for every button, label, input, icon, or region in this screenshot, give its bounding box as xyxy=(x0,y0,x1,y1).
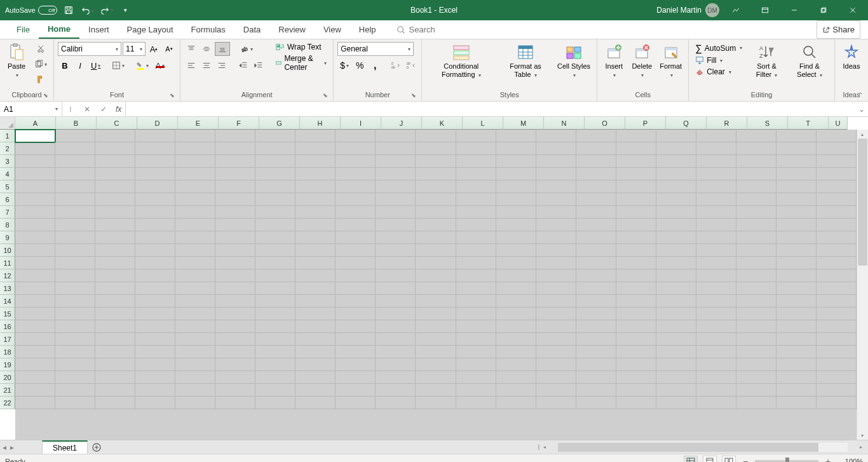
cell-T1[interactable] xyxy=(776,130,817,142)
cell-H3[interactable] xyxy=(295,155,336,168)
cell-T16[interactable] xyxy=(776,320,817,333)
cell-A1[interactable] xyxy=(15,130,55,142)
cell-I21[interactable] xyxy=(336,384,376,397)
cell-U22[interactable] xyxy=(817,397,857,409)
enter-formula-button[interactable]: ✓ xyxy=(95,102,112,116)
cell-R20[interactable] xyxy=(696,371,736,384)
cell-M20[interactable] xyxy=(496,371,536,384)
cell-U5[interactable] xyxy=(817,180,857,193)
cell-D19[interactable] xyxy=(135,358,175,371)
cell-G7[interactable] xyxy=(255,206,295,219)
cell-S17[interactable] xyxy=(736,333,776,346)
cell-I15[interactable] xyxy=(336,308,376,320)
cell-P9[interactable] xyxy=(616,231,656,244)
tab-view[interactable]: View xyxy=(315,20,350,39)
cell-O9[interactable] xyxy=(576,231,616,244)
cell-M1[interactable] xyxy=(496,130,536,142)
paste-button[interactable]: Paste▾ xyxy=(4,42,29,81)
cell-S18[interactable] xyxy=(736,346,776,358)
row-header-9[interactable]: 9 xyxy=(0,231,15,244)
cell-T11[interactable] xyxy=(776,257,817,269)
cell-Q6[interactable] xyxy=(656,193,696,206)
cell-I4[interactable] xyxy=(336,168,376,180)
decrease-decimal-button[interactable]: .00.0 xyxy=(403,58,417,72)
cell-F1[interactable] xyxy=(215,130,255,142)
cell-K19[interactable] xyxy=(416,358,456,371)
cell-K20[interactable] xyxy=(416,371,456,384)
cell-T14[interactable] xyxy=(776,295,817,308)
cell-O18[interactable] xyxy=(576,346,616,358)
cell-J19[interactable] xyxy=(376,358,416,371)
cell-N18[interactable] xyxy=(536,346,576,358)
alignment-launcher-icon[interactable]: ⬊ xyxy=(323,92,330,100)
cell-T3[interactable] xyxy=(776,155,817,168)
cell-R5[interactable] xyxy=(696,180,736,193)
cell-L8[interactable] xyxy=(456,219,496,231)
cell-L3[interactable] xyxy=(456,155,496,168)
cell-H9[interactable] xyxy=(295,231,336,244)
cell-J11[interactable] xyxy=(376,257,416,269)
row-header-3[interactable]: 3 xyxy=(0,155,15,168)
cell-I5[interactable] xyxy=(336,180,376,193)
cell-J14[interactable] xyxy=(376,295,416,308)
cell-B3[interactable] xyxy=(55,155,95,168)
column-header-N[interactable]: N xyxy=(544,117,585,130)
cell-M21[interactable] xyxy=(496,384,536,397)
cell-P10[interactable] xyxy=(616,244,656,257)
merge-center-button[interactable]: Merge & Center ▾ xyxy=(273,53,329,72)
cell-F2[interactable] xyxy=(215,142,255,155)
cell-J21[interactable] xyxy=(376,384,416,397)
cell-T17[interactable] xyxy=(776,333,817,346)
cell-L17[interactable] xyxy=(456,333,496,346)
column-header-D[interactable]: D xyxy=(137,117,178,130)
row-header-18[interactable]: 18 xyxy=(0,346,15,358)
collapse-ribbon-icon[interactable]: ⌃ xyxy=(858,92,863,99)
cell-O16[interactable] xyxy=(576,320,616,333)
page-break-view-button[interactable] xyxy=(722,456,736,463)
cell-J12[interactable] xyxy=(376,269,416,282)
cell-N5[interactable] xyxy=(536,180,576,193)
cell-E16[interactable] xyxy=(175,320,215,333)
cell-N2[interactable] xyxy=(536,142,576,155)
cell-P15[interactable] xyxy=(616,308,656,320)
cell-P11[interactable] xyxy=(616,257,656,269)
row-header-6[interactable]: 6 xyxy=(0,193,15,206)
cell-D17[interactable] xyxy=(135,333,175,346)
cell-I1[interactable] xyxy=(336,130,376,142)
cell-R21[interactable] xyxy=(696,384,736,397)
column-header-L[interactable]: L xyxy=(463,117,503,130)
next-sheet-icon[interactable]: ▸ xyxy=(10,443,14,452)
cell-K10[interactable] xyxy=(416,244,456,257)
cell-G4[interactable] xyxy=(255,168,295,180)
cell-I13[interactable] xyxy=(336,282,376,295)
cell-K21[interactable] xyxy=(416,384,456,397)
cell-M10[interactable] xyxy=(496,244,536,257)
cell-A8[interactable] xyxy=(15,219,55,231)
cell-F9[interactable] xyxy=(215,231,255,244)
cell-O21[interactable] xyxy=(576,384,616,397)
cell-B14[interactable] xyxy=(55,295,95,308)
cell-E21[interactable] xyxy=(175,384,215,397)
cell-N3[interactable] xyxy=(536,155,576,168)
cell-U11[interactable] xyxy=(817,257,857,269)
tab-formulas[interactable]: Formulas xyxy=(182,20,234,39)
cell-U8[interactable] xyxy=(817,219,857,231)
cell-G2[interactable] xyxy=(255,142,295,155)
cell-H5[interactable] xyxy=(295,180,336,193)
font-name-selector[interactable]: Calibri▾ xyxy=(58,42,121,56)
row-header-1[interactable]: 1 xyxy=(0,130,15,142)
cell-O12[interactable] xyxy=(576,269,616,282)
cell-R14[interactable] xyxy=(696,295,736,308)
cell-J22[interactable] xyxy=(376,397,416,409)
cell-C7[interactable] xyxy=(95,206,135,219)
cell-K18[interactable] xyxy=(416,346,456,358)
cell-C20[interactable] xyxy=(95,371,135,384)
cell-Q15[interactable] xyxy=(656,308,696,320)
cell-F17[interactable] xyxy=(215,333,255,346)
cell-J18[interactable] xyxy=(376,346,416,358)
share-button[interactable]: Share xyxy=(817,20,860,39)
cell-D11[interactable] xyxy=(135,257,175,269)
cell-G10[interactable] xyxy=(255,244,295,257)
cell-U10[interactable] xyxy=(817,244,857,257)
cell-K3[interactable] xyxy=(416,155,456,168)
